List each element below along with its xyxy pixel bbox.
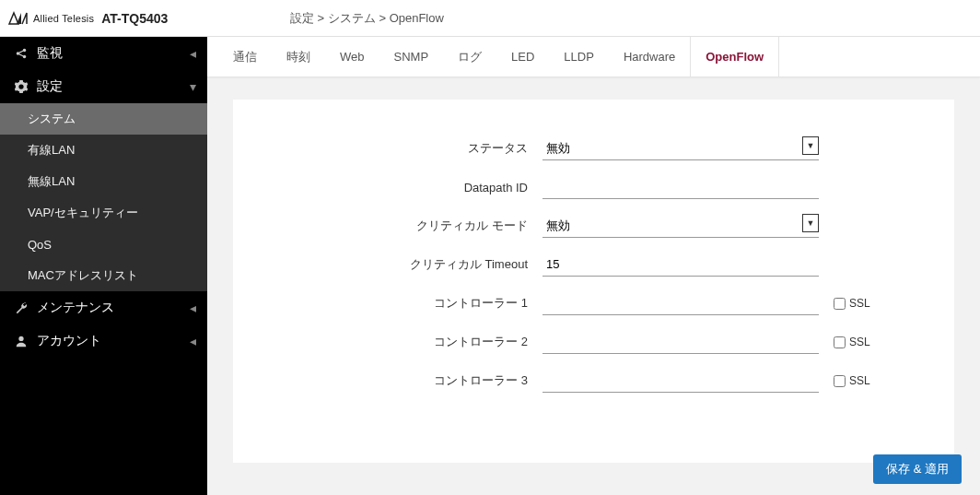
svg-point-0 xyxy=(17,52,20,55)
label-critical-mode: クリティカル モード xyxy=(275,218,542,234)
ssl-label: SSL xyxy=(849,336,870,348)
chevron-down-icon: ▾ xyxy=(190,79,196,94)
sidebar-item-label: QoS xyxy=(28,238,52,252)
sidebar-group-label: メンテナンス xyxy=(37,300,190,316)
critical-mode-select[interactable] xyxy=(542,214,819,238)
brand-name: Allied Telesis xyxy=(33,13,94,24)
chevron-left-icon: ◂ xyxy=(190,46,196,61)
status-select[interactable] xyxy=(542,136,819,160)
openflow-panel: ステータス ▼ Datapath ID クリティカル モード xyxy=(233,100,954,463)
label-datapath: Datapath ID xyxy=(275,181,542,194)
footer-actions: 保存 & 適用 xyxy=(873,454,962,484)
svg-point-1 xyxy=(23,49,27,53)
breadcrumb: 設定 > システム > OpenFlow xyxy=(207,10,444,27)
svg-point-3 xyxy=(18,336,23,341)
sidebar: 監視 ◂ 設定 ▾ システム 有線LAN 無線LAN VAP/セキュリティー Q… xyxy=(0,37,207,495)
sidebar-group-label: アカウント xyxy=(37,333,190,349)
label-controller-2: コントローラー 2 xyxy=(275,334,542,350)
label-status: ステータス xyxy=(275,140,542,157)
row-status: ステータス ▼ xyxy=(275,136,912,160)
sidebar-item-label: システム xyxy=(28,111,76,127)
row-controller-3: コントローラー 3 SSL xyxy=(275,369,912,393)
tab-led[interactable]: LED xyxy=(496,37,549,77)
tab-time[interactable]: 時刻 xyxy=(272,37,325,77)
sidebar-group-label: 設定 xyxy=(37,78,190,95)
sidebar-item-qos[interactable]: QoS xyxy=(0,229,207,260)
controller-3-input[interactable] xyxy=(542,369,819,393)
sidebar-group-maintenance[interactable]: メンテナンス ◂ xyxy=(0,291,207,324)
controller-3-ssl-checkbox[interactable] xyxy=(834,375,846,387)
tabbar: 通信 時刻 Web SNMP ログ LED LLDP Hardware Open… xyxy=(207,37,980,77)
tab-lldp[interactable]: LLDP xyxy=(549,37,609,77)
chevron-left-icon: ◂ xyxy=(190,301,196,315)
tab-label: Web xyxy=(340,50,365,64)
controller-1-ssl-checkbox[interactable] xyxy=(834,298,846,310)
sidebar-group-monitor[interactable]: 監視 ◂ xyxy=(0,37,207,70)
sidebar-item-label: VAP/セキュリティー xyxy=(28,205,138,221)
sidebar-item-mac-address[interactable]: MACアドレスリスト xyxy=(0,260,207,291)
tab-openflow[interactable]: OpenFlow xyxy=(690,37,779,77)
tab-label: 通信 xyxy=(233,49,257,65)
sidebar-item-label: 無線LAN xyxy=(28,173,75,190)
tab-communication[interactable]: 通信 xyxy=(207,37,272,77)
tab-snmp[interactable]: SNMP xyxy=(379,37,444,77)
main-area: 通信 時刻 Web SNMP ログ LED LLDP Hardware Open… xyxy=(207,37,980,495)
row-datapath: Datapath ID xyxy=(275,175,912,199)
row-controller-2: コントローラー 2 SSL xyxy=(275,330,912,354)
sidebar-item-wired-lan[interactable]: 有線LAN xyxy=(0,135,207,166)
tab-label: LLDP xyxy=(564,50,594,64)
gear-icon xyxy=(13,80,29,93)
datapath-id-input[interactable] xyxy=(542,175,819,199)
save-apply-button[interactable]: 保存 & 適用 xyxy=(873,454,962,484)
tab-label: 時刻 xyxy=(286,49,310,65)
sidebar-item-label: MACアドレスリスト xyxy=(28,267,138,284)
label-controller-1: コントローラー 1 xyxy=(275,295,542,312)
sidebar-sub-settings: システム 有線LAN 無線LAN VAP/セキュリティー QoS MACアドレス… xyxy=(0,103,207,291)
label-controller-3: コントローラー 3 xyxy=(275,372,542,389)
wrench-icon xyxy=(13,301,29,314)
svg-point-2 xyxy=(23,55,27,59)
tab-web[interactable]: Web xyxy=(325,37,379,77)
tab-label: Hardware xyxy=(624,50,675,64)
tab-label: SNMP xyxy=(394,50,429,64)
row-critical-timeout: クリティカル Timeout xyxy=(275,253,912,277)
tab-label: OpenFlow xyxy=(706,50,764,64)
sidebar-item-system[interactable]: システム xyxy=(0,103,207,135)
sidebar-group-settings[interactable]: 設定 ▾ xyxy=(0,70,207,103)
sidebar-item-vap-security[interactable]: VAP/セキュリティー xyxy=(0,197,207,229)
controller-2-ssl[interactable]: SSL xyxy=(834,336,870,348)
ssl-label: SSL xyxy=(849,374,870,387)
brand-block: Allied Telesis AT-TQ5403 xyxy=(0,11,207,26)
label-critical-timeout: クリティカル Timeout xyxy=(275,256,542,273)
row-controller-1: コントローラー 1 SSL xyxy=(275,291,912,315)
tab-hardware[interactable]: Hardware xyxy=(609,37,690,77)
controller-3-ssl[interactable]: SSL xyxy=(834,374,870,387)
controller-1-input[interactable] xyxy=(542,291,819,315)
tab-log[interactable]: ログ xyxy=(443,37,496,77)
panel-wrap: ステータス ▼ Datapath ID クリティカル モード xyxy=(207,77,980,495)
sidebar-group-account[interactable]: アカウント ◂ xyxy=(0,324,207,358)
controller-2-input[interactable] xyxy=(542,330,819,354)
topbar: Allied Telesis AT-TQ5403 設定 > システム > Ope… xyxy=(0,0,980,37)
critical-mode-select-chevron-icon[interactable]: ▼ xyxy=(802,214,819,232)
sidebar-item-label: 有線LAN xyxy=(28,142,75,159)
controller-1-ssl[interactable]: SSL xyxy=(834,297,870,310)
row-critical-mode: クリティカル モード ▼ xyxy=(275,214,912,238)
status-select-chevron-icon[interactable]: ▼ xyxy=(802,136,819,155)
tab-label: LED xyxy=(511,50,534,64)
chevron-left-icon: ◂ xyxy=(190,334,196,348)
sidebar-group-label: 監視 xyxy=(37,45,190,62)
share-icon xyxy=(13,47,29,60)
critical-timeout-input[interactable] xyxy=(542,253,819,277)
brand-logo: Allied Telesis xyxy=(7,11,94,26)
tab-label: ログ xyxy=(458,49,482,65)
sidebar-item-wireless-lan[interactable]: 無線LAN xyxy=(0,166,207,197)
device-name: AT-TQ5403 xyxy=(101,11,168,26)
ssl-label: SSL xyxy=(849,297,870,310)
user-icon xyxy=(13,335,29,348)
controller-2-ssl-checkbox[interactable] xyxy=(834,336,846,348)
